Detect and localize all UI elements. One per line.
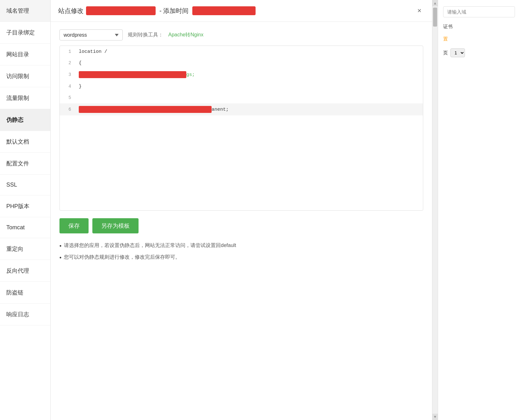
redacted-content-3 — [79, 71, 186, 78]
sidebar-item-ssl[interactable]: SSL — [0, 175, 50, 195]
line-content-2: { — [75, 58, 423, 68]
code-line-4: 4 } — [60, 81, 423, 92]
sidebar: 域名管理 子目录绑定 网站目录 访问限制 流量限制 伪静态 默认文档 配置文件 … — [0, 0, 51, 420]
code-line-6: 6 anent; — [60, 103, 423, 115]
sidebar-item-subdir[interactable]: 子目录绑定 — [0, 22, 50, 44]
line-content-1: location / — [75, 46, 423, 57]
scrollbar[interactable]: ▲ ▼ — [432, 0, 438, 420]
line-number-2: 2 — [60, 58, 75, 68]
save-as-button[interactable]: 另存为模板 — [92, 218, 139, 233]
sidebar-item-proxy[interactable]: 反向代理 — [0, 260, 50, 282]
page-label: 页 — [443, 50, 448, 56]
redacted-content-6 — [79, 106, 212, 113]
code-line-5: 5 — [60, 92, 423, 103]
save-button[interactable]: 保存 — [59, 218, 89, 233]
buttons-row: 保存 另存为模板 — [59, 218, 423, 233]
rule-label: 规则转换工具： — [128, 32, 163, 38]
close-button[interactable]: × — [414, 6, 424, 16]
dialog-body: default wordpress typecho discuz dedecms… — [51, 22, 432, 420]
line-number-4: 4 — [60, 81, 75, 91]
apache-link[interactable]: Apache转Nginx — [168, 32, 203, 38]
sidebar-item-config[interactable]: 配置文件 — [0, 153, 50, 175]
line-content-3: gs; — [75, 69, 423, 81]
line-content-4: } — [75, 81, 423, 92]
sidebar-item-hotlink[interactable]: 防盗链 — [0, 282, 50, 304]
right-panel-input-row — [443, 6, 515, 17]
cert-label: 证书 — [443, 24, 515, 30]
page-select[interactable]: 1 — [450, 48, 465, 57]
scroll-up-arrow[interactable]: ▲ — [432, 0, 438, 6]
line-content-6: anent; — [75, 103, 423, 115]
scroll-track — [432, 6, 438, 414]
sidebar-item-access[interactable]: 访问限制 — [0, 65, 50, 87]
line-number-6: 6 — [60, 104, 75, 114]
line-number-3: 3 — [60, 70, 75, 80]
sidebar-item-traffic[interactable]: 流量限制 — [0, 87, 50, 109]
redacted-title-2 — [192, 6, 256, 15]
info-item-1: • 请选择您的应用，若设置伪静态后，网站无法正常访问，请尝试设置回default — [59, 242, 423, 250]
sidebar-item-log[interactable]: 响应日志 — [0, 304, 50, 325]
toolbar-row: default wordpress typecho discuz dedecms… — [59, 29, 423, 40]
line-number-1: 1 — [60, 46, 75, 57]
right-panel-input[interactable] — [443, 6, 515, 17]
sidebar-item-php[interactable]: PHP版本 — [0, 195, 50, 217]
editor-empty-space — [60, 115, 423, 210]
sidebar-item-tomcat[interactable]: Tomcat — [0, 217, 50, 238]
app-select[interactable]: default wordpress typecho discuz dedecms… — [59, 29, 123, 40]
code-line-3: 3 gs; — [60, 69, 423, 81]
line-content-5 — [75, 95, 423, 100]
code-line-1: 1 location / — [60, 46, 423, 57]
sidebar-item-rewrite[interactable]: 伪静态 — [0, 109, 50, 131]
bullet-2: • — [59, 254, 61, 262]
dialog-title: 站点修改 - 添加时间 — [58, 6, 256, 15]
info-section: • 请选择您的应用，若设置伪静态后，网站无法正常访问，请尝试设置回default… — [59, 242, 423, 262]
code-editor[interactable]: 1 location / 2 { 3 gs; — [59, 46, 423, 211]
redacted-title-1 — [86, 6, 156, 15]
sidebar-item-webroot[interactable]: 网站目录 — [0, 44, 50, 65]
bullet-1: • — [59, 242, 61, 250]
scroll-thumb[interactable] — [433, 8, 437, 27]
right-panel: 证书 置 页 1 — [438, 0, 520, 420]
main-panel: 站点修改 - 添加时间 × default wordpress typecho … — [51, 0, 432, 420]
page-row: 页 1 — [443, 48, 515, 57]
dialog: 站点修改 - 添加时间 × default wordpress typecho … — [51, 0, 432, 420]
code-line-2: 2 { — [60, 57, 423, 69]
scroll-down-arrow[interactable]: ▼ — [432, 414, 438, 420]
sidebar-item-default-doc[interactable]: 默认文档 — [0, 131, 50, 153]
info-item-2: • 您可以对伪静态规则进行修改，修改完后保存即可。 — [59, 254, 423, 262]
sidebar-item-domain[interactable]: 域名管理 — [0, 0, 50, 22]
line-number-5: 5 — [60, 93, 75, 103]
config-label[interactable]: 置 — [443, 36, 515, 42]
sidebar-item-redirect[interactable]: 重定向 — [0, 238, 50, 260]
dialog-header: 站点修改 - 添加时间 × — [51, 0, 432, 22]
